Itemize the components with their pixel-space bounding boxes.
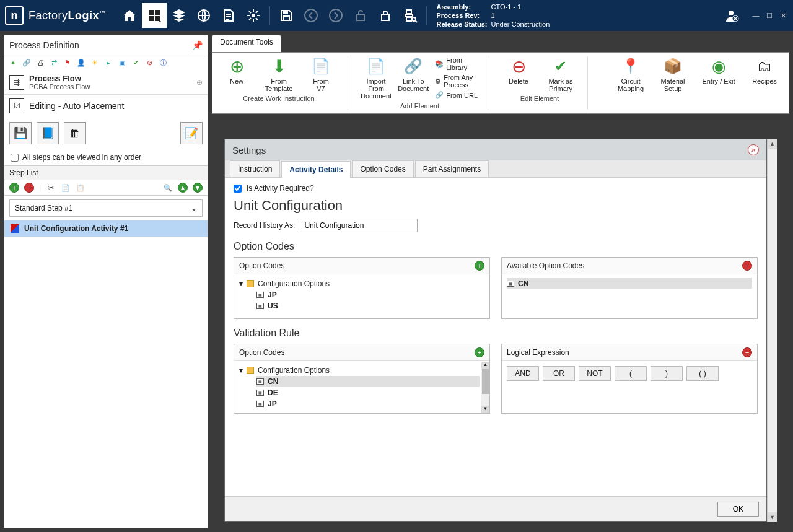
- entry-exit-button[interactable]: ◉Entry / Exit: [697, 56, 740, 85]
- close-button[interactable]: ✕: [778, 11, 788, 20]
- bom-search-icon[interactable]: [398, 3, 423, 28]
- forward-icon[interactable]: [323, 3, 348, 28]
- expr-open-paren-button[interactable]: (: [615, 366, 647, 381]
- step-down-icon[interactable]: ▼: [193, 183, 203, 193]
- expand-flow-icon[interactable]: ⊕: [196, 78, 203, 87]
- available-code-cn[interactable]: ▦CN: [507, 278, 752, 289]
- print-icon[interactable]: 🖨: [35, 58, 45, 68]
- step-up-icon[interactable]: ▲: [178, 183, 188, 193]
- document-icon[interactable]: [216, 3, 241, 28]
- settings-body: Is Activity Required? Unit Configuration…: [225, 178, 766, 496]
- url-icon: 🔗: [435, 91, 444, 99]
- activity-required-checkbox[interactable]: [234, 185, 242, 193]
- expr-and-button[interactable]: AND: [507, 366, 539, 381]
- info-icon[interactable]: ⓘ: [158, 58, 168, 68]
- validation-code-cn[interactable]: ▦CN: [256, 376, 480, 387]
- ok-button[interactable]: OK: [717, 502, 759, 517]
- validation-code-de[interactable]: ▦DE: [256, 387, 480, 398]
- add-validation-code-icon[interactable]: +: [475, 347, 484, 357]
- expr-close-paren-button[interactable]: ): [651, 366, 683, 381]
- link-icon[interactable]: 🔗: [22, 58, 32, 68]
- cut-icon[interactable]: ✂: [46, 183, 56, 193]
- user-small-icon[interactable]: 👤: [76, 58, 86, 68]
- new-button[interactable]: ⊕New: [219, 56, 255, 85]
- edit-note-button[interactable]: 📝: [180, 122, 203, 144]
- from-any-process-button[interactable]: ⚙From Any Process: [435, 74, 479, 89]
- process-flow-title: Process Flow: [29, 74, 90, 83]
- add-icon[interactable]: ●: [8, 58, 18, 68]
- flag-icon[interactable]: ⚑: [63, 58, 72, 68]
- link-to-doc-button[interactable]: 🔗Link To Document: [398, 56, 429, 92]
- save-alt-button[interactable]: 📘: [37, 122, 59, 144]
- pin-icon[interactable]: 📌: [192, 40, 203, 50]
- step-add-icon[interactable]: +: [9, 183, 19, 193]
- tab-document-tools[interactable]: Document Tools: [212, 35, 281, 52]
- expr-not-button[interactable]: NOT: [579, 366, 611, 381]
- from-url-button[interactable]: 🔗From URL: [435, 91, 479, 99]
- save-disk-button[interactable]: 💾: [9, 122, 32, 144]
- code-node-jp[interactable]: ▦JP: [256, 289, 484, 300]
- from-v7-button[interactable]: 📄From V7: [303, 56, 339, 92]
- gear-icon[interactable]: [241, 3, 266, 28]
- minimize-button[interactable]: —: [751, 11, 761, 20]
- remove-option-code-icon[interactable]: −: [742, 261, 752, 271]
- delete-button[interactable]: ⊖Delete: [501, 56, 537, 85]
- layers-icon[interactable]: ▣: [117, 58, 127, 68]
- add-option-code-icon[interactable]: +: [475, 261, 484, 271]
- record-history-input[interactable]: [300, 219, 418, 232]
- document-tabs: Document Tools: [212, 35, 789, 52]
- save-icon[interactable]: [274, 3, 299, 28]
- expr-parens-button[interactable]: ( ): [686, 366, 719, 381]
- grid-icon[interactable]: [142, 3, 167, 28]
- tab-activity-details[interactable]: Activity Details: [281, 161, 351, 178]
- import-from-doc-button[interactable]: 📄Import From Document: [361, 56, 392, 100]
- dialog-scrollbar[interactable]: ▲ ▼: [767, 139, 777, 522]
- option-codes-heading: Option Codes: [234, 241, 758, 252]
- unlock-icon[interactable]: [348, 3, 373, 28]
- search-step-icon[interactable]: 🔍: [163, 183, 173, 193]
- paste-icon[interactable]: 📋: [76, 183, 85, 193]
- recipes-button[interactable]: 🗂Recipes: [747, 56, 782, 85]
- validation-config-node[interactable]: ▾Configuration Options: [239, 365, 480, 376]
- from-template-button[interactable]: ⬇From Template: [261, 56, 297, 92]
- mark-primary-button[interactable]: ✔Mark as Primary: [543, 56, 579, 92]
- expr-or-button[interactable]: OR: [543, 366, 575, 381]
- material-setup-button[interactable]: 📦Material Setup: [655, 56, 691, 92]
- circuit-mapping-button[interactable]: 📍Circuit Mapping: [613, 56, 649, 92]
- step-item-selected[interactable]: Unit Configuration Activity #1: [4, 220, 208, 237]
- filter-icon[interactable]: ▸: [103, 58, 113, 68]
- step-remove-icon[interactable]: −: [24, 183, 34, 193]
- checklist-icon: ☑: [9, 98, 24, 113]
- validation-rule-heading: Validation Rule: [234, 328, 758, 339]
- home-icon[interactable]: [117, 3, 142, 28]
- archive-button[interactable]: 🗑: [64, 122, 86, 144]
- user-icon[interactable]: [720, 3, 745, 28]
- lock-icon[interactable]: [373, 3, 398, 28]
- check-icon[interactable]: ✔: [131, 58, 141, 68]
- tab-option-codes[interactable]: Option Codes: [352, 160, 413, 177]
- flow-icon: ⇶: [9, 75, 24, 90]
- stack-icon[interactable]: [167, 3, 191, 28]
- from-library-button[interactable]: 📚From Library: [435, 56, 479, 71]
- validation-code-jp[interactable]: ▦JP: [256, 398, 480, 409]
- ribbon-group-edit: ⊖Delete ✔Mark as Primary Edit Element: [501, 56, 588, 110]
- cancel-icon[interactable]: ⊘: [144, 58, 154, 68]
- validation-codes-box: Option Codes+ ▾Configuration Options ▦CN…: [234, 344, 490, 414]
- maximize-button[interactable]: ☐: [765, 11, 774, 20]
- copy-icon[interactable]: 📄: [61, 183, 71, 193]
- step-dropdown[interactable]: Standard Step #1 ⌄: [9, 199, 203, 217]
- back-icon[interactable]: [299, 3, 323, 28]
- tab-part-assignments[interactable]: Part Assignments: [415, 160, 489, 177]
- code-node-us[interactable]: ▦US: [256, 300, 484, 312]
- globe-icon[interactable]: [191, 3, 216, 28]
- branch-icon[interactable]: ⇄: [49, 58, 59, 68]
- config-options-node[interactable]: ▾Configuration Options: [239, 278, 484, 289]
- all-steps-checkbox[interactable]: [11, 154, 19, 162]
- validation-scrollbar[interactable]: ▲ ▼: [481, 362, 489, 413]
- settings-close-icon[interactable]: ✕: [748, 144, 759, 155]
- all-steps-row[interactable]: All steps can be viewed in any order: [4, 149, 208, 165]
- remove-expression-icon[interactable]: −: [742, 347, 752, 357]
- tab-instruction[interactable]: Instruction: [230, 160, 280, 177]
- sun-icon[interactable]: ☀: [90, 58, 100, 68]
- process-flow-row[interactable]: ⇶ Process Flow PCBA Process Flow ⊕: [4, 70, 208, 94]
